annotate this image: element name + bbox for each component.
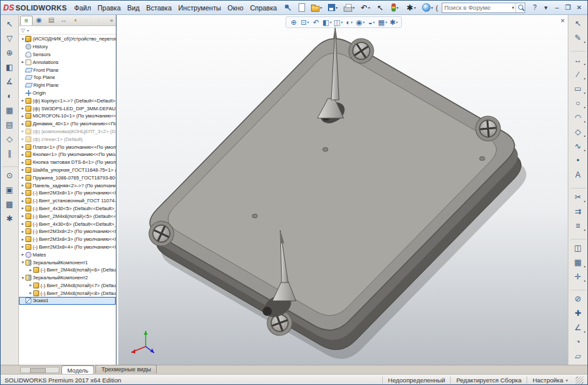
hide-show-items-icon[interactable]: ◉ [355,17,366,27]
display-style-icon[interactable]: ◐ [344,17,355,27]
expand-arrow-icon[interactable] [20,237,25,242]
annotation-icon[interactable]: ▤ [2,117,18,132]
display-relations-icon[interactable]: ⊘ [570,290,586,306]
expand-arrow-icon[interactable] [20,144,25,149]
line-icon[interactable]: ∕ [570,67,586,82]
zoom-area-icon[interactable]: ⊡ [299,17,310,27]
reference-plane-icon[interactable]: ◇ [2,132,18,146]
tree-item[interactable]: MICROFON-10<1> (По умолчанию<<По [19,112,116,120]
expand-arrow-icon[interactable] [20,260,25,265]
expand-arrow-icon[interactable] [20,129,25,134]
mirror-entities-icon[interactable]: ◫ [570,239,586,255]
instant2d-icon[interactable]: ▱ [570,349,586,363]
spline-icon[interactable]: ∿ [570,139,586,153]
expand-arrow-icon[interactable] [20,206,25,211]
close-button[interactable]: ✕ [574,2,585,13]
rebuild-icon[interactable] [387,1,403,14]
tree-item[interactable]: Front Plane [19,66,116,74]
tree-item[interactable]: (ф) стена<1> (Default) [19,135,116,143]
sketch-icon[interactable]: ✎ [570,31,586,45]
tree-item[interactable]: (-) Винт_4х30<5> (Default<<Default>_Сост [19,205,116,213]
tree-item[interactable]: Эскиз1 [19,297,116,305]
menu-window[interactable]: Окно [224,2,246,14]
linear-pattern-icon[interactable]: ▦ [570,255,586,270]
tree-item[interactable]: Кнопка тактовая DTS-6<1> (По умолчан [19,159,116,166]
tree-item[interactable]: (-) Винт2М3х8<4> (По умолчанию<<По ум [19,243,116,251]
tree-item[interactable]: Панель_задняя<2>->? (По умолчанию< [19,181,116,189]
expand-arrow-icon[interactable] [20,244,25,249]
tree-item[interactable]: (-) Винт2М3х8<3> (По умолчанию<<По ум [19,236,116,243]
tab-featuremanager[interactable]: ≡ [20,16,33,25]
convert-entities-icon[interactable]: ⇉ [570,204,586,219]
edit-appearance-icon[interactable]: ◒ [366,17,377,27]
tree-item[interactable]: (-) Винт_4х30<6> (Default<<Default>_Сост [19,220,116,228]
panel-expand-chevron-icon[interactable]: » [109,18,114,23]
status-configuration[interactable]: Настройка [527,377,573,384]
tree-item[interactable]: Шайба_упорная_ГОСТ11648-75<1> (По у [19,166,116,174]
tab-propertymanager[interactable]: ◉ [33,16,45,25]
move-entities-icon[interactable]: ✛ [570,270,586,284]
tree-item[interactable]: (-) Винт2М3х8<2> (По умолчанию<<По ум [19,228,116,236]
expand-arrow-icon[interactable] [28,290,33,296]
rectangle-icon[interactable]: ▭ [570,82,586,96]
axis-icon[interactable]: ∥ [2,146,18,161]
expand-arrow-icon[interactable] [20,106,25,111]
expand-arrow-icon[interactable] [20,114,25,119]
tree-item[interactable]: (-) Винт_2М4х8(потай)<6> (Default< [19,266,116,274]
section-view-icon[interactable]: ◧ [2,60,18,74]
pin-menu-icon[interactable] [284,4,291,11]
section-view-icon[interactable]: ◧ [321,17,333,27]
tree-item[interactable]: Annotations [19,58,116,66]
restore-button[interactable]: ❒ [563,2,574,13]
tree-item[interactable]: Top Plane [19,74,116,82]
expand-arrow-icon[interactable] [20,275,25,281]
print-icon[interactable] [341,1,357,14]
zoom-fit-icon[interactable]: ⊕ [2,46,18,60]
tree-item[interactable]: (ф) SW3DPS-LED_DIP_3MM-DEFAULT<1> ( [19,104,116,112]
select-icon[interactable]: ↖ [570,16,586,31]
trim-entities-icon[interactable]: ✂ [570,188,586,204]
expand-arrow-icon[interactable] [28,283,33,288]
expand-arrow-icon[interactable] [20,252,25,257]
tree-item[interactable]: (ф) Корпус<1>->? (Default<<Default>_Ph [19,97,116,104]
options-gear-icon[interactable]: ✱ [403,1,419,14]
smart-dimension-icon[interactable]: ↔ [570,51,586,67]
text-icon[interactable]: A [570,168,586,182]
minimize-button[interactable]: – [551,2,563,13]
tab-scrollbar[interactable] [20,367,59,373]
open-icon[interactable] [308,1,325,14]
resize-grip[interactable] [576,377,583,384]
appearance-icon[interactable]: ◐ [2,89,18,103]
expand-arrow-icon[interactable] [20,221,25,226]
tree-item[interactable]: ЗеркальныйКомпонент2 [19,274,116,282]
new-document-icon[interactable] [295,1,308,14]
tree-item[interactable]: (-) Винт_2М4х8(потай)<8> (Default< [19,289,116,297]
expand-arrow-icon[interactable] [20,160,25,165]
view-settings-icon[interactable]: ✱ [388,17,399,27]
tab-configurationmanager[interactable]: ▤ [45,16,57,25]
selection-filter-icon[interactable]: ▽ [2,31,18,46]
help-dropdown-icon[interactable]: ▾ [540,2,551,13]
view-orientation-icon[interactable]: ◫ [333,17,344,27]
model-3d[interactable] [118,15,569,365]
tab-3dviews[interactable]: Трехмерные виды [95,365,157,373]
expand-arrow-icon[interactable] [20,191,25,196]
status-underdefined[interactable]: Недоопределенный [382,377,451,384]
expand-arrow-icon[interactable] [20,183,25,188]
search-dropdown-icon[interactable]: ▾ [510,5,515,10]
rapid-sketch-icon[interactable]: ◔ [570,335,586,349]
tree-item[interactable]: (ф) (компоновка)КОНЦЕПТ_3<2> (Default) [19,128,116,136]
expand-arrow-icon[interactable] [20,213,25,219]
edit-appearance-icon[interactable] [419,1,436,14]
menu-view[interactable]: Вид [124,2,143,14]
quick-snaps-icon[interactable]: ∠ [570,320,586,335]
tab-model[interactable]: Модель [61,365,94,375]
repair-sketch-icon[interactable]: ✚ [570,306,586,320]
expand-arrow-icon[interactable] [20,37,25,42]
filter-icon[interactable]: ▽ [21,27,25,33]
previous-view-icon[interactable]: ↶ [310,17,321,27]
expand-arrow-icon[interactable] [20,98,25,103]
tree-item[interactable]: (-) Винт_2М4х8(потай)<5> (Default<<Defa [19,212,116,220]
expand-arrow-icon[interactable] [20,121,25,127]
apply-scene-icon[interactable]: ▦ [377,17,388,27]
